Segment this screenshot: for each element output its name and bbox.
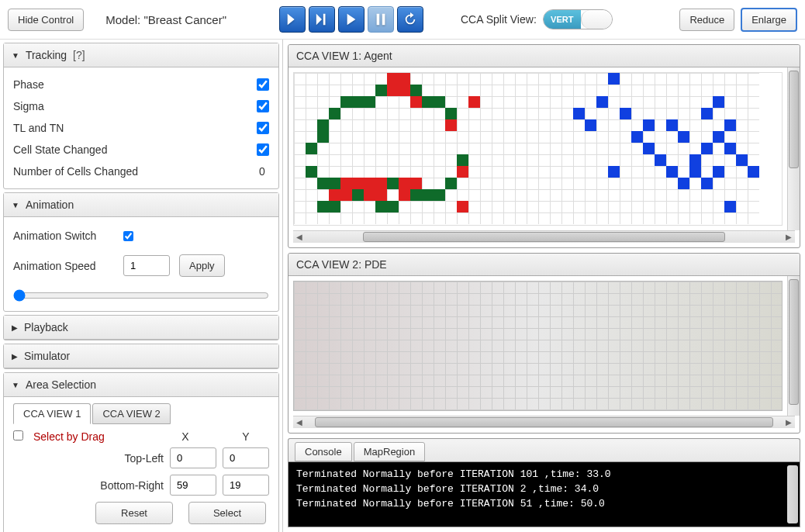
grid-cell-green[interactable] <box>306 166 317 178</box>
grid-cell-green[interactable] <box>375 201 387 212</box>
grid-cell-green[interactable] <box>352 96 364 108</box>
animation-speed-input[interactable] <box>123 255 170 276</box>
grid-cell-blue[interactable] <box>620 108 631 119</box>
select-by-drag-checkbox[interactable] <box>13 430 23 440</box>
tab-cca-view-1[interactable]: CCA VIEW 1 <box>13 403 91 424</box>
grid-cell-green[interactable] <box>445 178 457 189</box>
grid-cell-red[interactable] <box>364 189 375 201</box>
hide-control-button[interactable]: Hide Control <box>8 9 84 31</box>
grid-cell-red[interactable] <box>387 73 399 85</box>
grid-cell-blue[interactable] <box>689 166 701 178</box>
grid-cell-red[interactable] <box>410 96 422 108</box>
grid-cell-blue[interactable] <box>724 143 736 154</box>
grid-cell-blue[interactable] <box>713 131 724 143</box>
grid-cell-green[interactable] <box>329 201 340 212</box>
animation-switch-checkbox[interactable] <box>123 231 133 241</box>
grid-cell-blue[interactable] <box>701 178 713 189</box>
playback-header[interactable]: ▶ Playback <box>4 316 278 340</box>
pde-grid[interactable] <box>293 281 783 411</box>
grid-cell-red[interactable] <box>399 85 410 96</box>
scroll-left-icon[interactable]: ◀ <box>293 418 306 427</box>
grid-cell-blue[interactable] <box>631 131 643 143</box>
grid-cell-red[interactable] <box>410 178 422 189</box>
area-selection-header[interactable]: ▼ Area Selection <box>4 373 278 397</box>
top-left-x-input[interactable] <box>170 447 216 468</box>
select-button[interactable]: Select <box>188 502 266 524</box>
grid-cell-red[interactable] <box>375 178 387 189</box>
grid-cell-green[interactable] <box>317 131 329 143</box>
split-view-toggle[interactable]: VERT <box>543 9 613 29</box>
grid-cell-green[interactable] <box>434 96 445 108</box>
animation-speed-slider[interactable] <box>13 289 269 302</box>
grid-cell-red[interactable] <box>340 178 352 189</box>
grid-cell-blue[interactable] <box>585 119 596 131</box>
grid-cell-green[interactable] <box>445 108 457 119</box>
tracking-checkbox[interactable] <box>257 143 269 156</box>
scroll-left-icon[interactable]: ◀ <box>293 233 306 241</box>
enlarge-button[interactable]: Enlarge <box>741 8 797 32</box>
grid-cell-blue[interactable] <box>678 131 689 143</box>
grid-cell-green[interactable] <box>352 189 364 201</box>
grid-cell-blue[interactable] <box>608 73 620 85</box>
grid-cell-blue[interactable] <box>724 119 736 131</box>
play-button[interactable] <box>338 6 364 33</box>
grid-cell-red[interactable] <box>399 73 410 85</box>
agent-grid[interactable] <box>293 72 783 226</box>
scroll-right-icon[interactable]: ▶ <box>783 233 795 241</box>
grid-cell-green[interactable] <box>317 178 329 189</box>
grid-cell-green[interactable] <box>340 96 352 108</box>
grid-cell-red[interactable] <box>329 189 340 201</box>
skip-forward-button[interactable] <box>309 6 335 33</box>
reset-button[interactable]: Reset <box>95 502 173 524</box>
grid-cell-green[interactable] <box>317 119 329 131</box>
grid-cell-blue[interactable] <box>608 166 620 178</box>
grid-cell-blue[interactable] <box>701 108 713 119</box>
step-forward-button[interactable] <box>279 6 306 33</box>
grid-cell-green[interactable] <box>410 189 422 201</box>
grid-cell-green[interactable] <box>387 201 399 212</box>
grid-cell-red[interactable] <box>352 178 364 189</box>
tracking-help[interactable]: [?] <box>73 49 85 61</box>
grid-cell-red[interactable] <box>387 85 399 96</box>
grid-cell-green[interactable] <box>387 178 399 189</box>
grid-cell-red[interactable] <box>468 96 480 108</box>
tab-cca-view-2[interactable]: CCA VIEW 2 <box>92 403 170 424</box>
grid-cell-blue[interactable] <box>678 178 689 189</box>
grid-cell-blue[interactable] <box>643 119 655 131</box>
grid-cell-green[interactable] <box>422 96 434 108</box>
grid-cell-blue[interactable] <box>596 96 608 108</box>
grid-cell-blue[interactable] <box>666 166 678 178</box>
grid-cell-green[interactable] <box>364 96 375 108</box>
grid-cell-red[interactable] <box>457 201 468 212</box>
grid-cell-blue[interactable] <box>689 154 701 166</box>
tracking-checkbox[interactable] <box>257 122 269 134</box>
grid-cell-red[interactable] <box>457 166 468 178</box>
scroll-right-icon[interactable]: ▶ <box>783 418 795 427</box>
grid-cell-blue[interactable] <box>724 201 736 212</box>
simulator-header[interactable]: ▶ Simulator <box>4 344 278 368</box>
reload-button[interactable] <box>397 6 423 33</box>
grid-cell-blue[interactable] <box>655 154 666 166</box>
apply-button[interactable]: Apply <box>179 254 225 277</box>
grid-cell-blue[interactable] <box>713 96 724 108</box>
view1-horizontal-scrollbar[interactable]: ◀ ▶ <box>293 230 795 243</box>
top-left-y-input[interactable] <box>223 447 269 468</box>
console-scrollbar[interactable] <box>787 465 798 523</box>
grid-cell-red[interactable] <box>340 189 352 201</box>
grid-cell-green[interactable] <box>306 143 317 154</box>
grid-cell-blue[interactable] <box>573 108 585 119</box>
view1-vertical-scrollbar[interactable] <box>787 67 800 230</box>
bottom-right-y-input[interactable] <box>223 475 269 496</box>
grid-cell-red[interactable] <box>445 119 457 131</box>
view2-horizontal-scrollbar[interactable]: ◀ ▶ <box>293 416 795 428</box>
pause-button[interactable] <box>368 6 394 33</box>
grid-cell-green[interactable] <box>410 85 422 96</box>
grid-cell-red[interactable] <box>399 189 410 201</box>
grid-cell-green[interactable] <box>422 189 434 201</box>
grid-cell-red[interactable] <box>399 178 410 189</box>
grid-cell-green[interactable] <box>317 201 329 212</box>
grid-cell-green[interactable] <box>457 154 468 166</box>
grid-cell-blue[interactable] <box>748 166 759 178</box>
reduce-button[interactable]: Reduce <box>679 9 734 31</box>
tracking-checkbox[interactable] <box>257 100 269 112</box>
